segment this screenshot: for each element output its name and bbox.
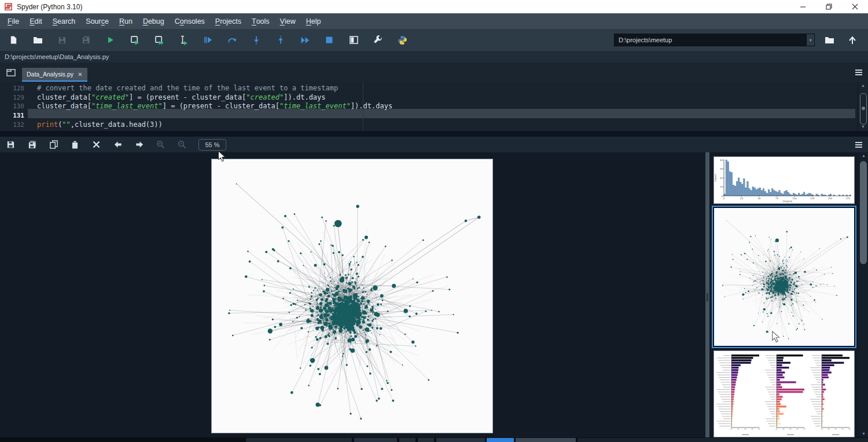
plots-options-menu-icon[interactable]: [853, 140, 865, 150]
working-directory-combobox[interactable]: D:\projects\meetup ▾: [614, 34, 815, 46]
taskbar-segment[interactable]: [578, 438, 868, 442]
file-path: D:\projects\meetup\Data_Analysis.py: [0, 53, 109, 60]
save-file-button[interactable]: [52, 31, 72, 49]
histogram-figure: [714, 157, 854, 203]
taskbar-segment[interactable]: [399, 438, 415, 442]
copy-image-button[interactable]: [45, 138, 62, 151]
scroll-up-icon[interactable]: ▲: [858, 83, 868, 89]
save-all-plots-button[interactable]: [24, 138, 41, 151]
code-line-129[interactable]: 129cluster_data["created"] = (present - …: [0, 93, 868, 103]
network-thumbnail-figure: [714, 208, 854, 346]
horizontal-splitter[interactable]: [0, 131, 868, 137]
minimize-button[interactable]: [790, 0, 816, 13]
window-title: Spyder (Python 3.10): [17, 3, 82, 11]
zoom-level-indicator[interactable]: 55 %: [198, 139, 226, 151]
code-line-131[interactable]: 131: [0, 111, 868, 120]
working-directory-value: D:\projects\meetup: [615, 36, 806, 43]
next-plot-button[interactable]: [131, 138, 148, 151]
menu-consoles[interactable]: Consoles: [170, 13, 210, 29]
code-line-130[interactable]: 130cluster_data["time_last_event"] = (pr…: [0, 102, 868, 111]
menu-projects[interactable]: Projects: [210, 13, 247, 29]
browse-tabs-icon[interactable]: [5, 67, 17, 78]
taskbar-segment[interactable]: [487, 438, 514, 442]
main-figure: [211, 159, 493, 433]
restore-button[interactable]: [816, 0, 842, 13]
debug-step-into-button[interactable]: [247, 31, 266, 49]
open-file-button[interactable]: [28, 31, 47, 49]
scroll-down-icon[interactable]: ▼: [858, 124, 868, 130]
thumbnail-network-selected[interactable]: [712, 206, 856, 348]
previous-plot-button[interactable]: [109, 138, 126, 151]
save-all-button[interactable]: [76, 31, 96, 49]
preferences-button[interactable]: [368, 31, 388, 49]
menu-debug[interactable]: Debug: [138, 13, 170, 29]
code-line-128[interactable]: 128# convert the date created and the ti…: [0, 84, 868, 93]
menu-search[interactable]: Search: [47, 13, 81, 29]
remove-all-plots-button[interactable]: [88, 138, 105, 151]
thumbnails-scroll-up-icon[interactable]: ▲: [859, 153, 868, 159]
file-path-bar: D:\projects\meetup\Data_Analysis.py: [0, 51, 868, 63]
menu-run[interactable]: Run: [114, 13, 138, 29]
code-line-132[interactable]: 132print("",cluster_data.head(3)): [0, 120, 868, 130]
title-bar: Spyder (Python 3.10): [0, 0, 868, 13]
parent-directory-button[interactable]: [843, 31, 862, 49]
debug-file-button[interactable]: [198, 31, 218, 49]
debug-run-line-button[interactable]: [222, 31, 242, 49]
new-file-button[interactable]: [3, 31, 23, 49]
taskbar-segment[interactable]: [354, 438, 397, 442]
taskbar-segment[interactable]: [516, 438, 576, 442]
taskbar-strip: [0, 437, 868, 442]
thumbnails-scroll-down-icon[interactable]: ▼: [859, 431, 868, 437]
tab-label: Data_Analysis.py: [27, 71, 73, 78]
tab-data-analysis[interactable]: Data_Analysis.py ✕: [22, 68, 87, 82]
taskbar-segment[interactable]: [436, 438, 485, 442]
run-cell-advance-button[interactable]: [149, 31, 169, 49]
network-graph-figure: [212, 159, 492, 433]
save-plot-button[interactable]: [2, 138, 19, 151]
spyder-logo-icon: [4, 2, 13, 11]
menu-source[interactable]: Source: [80, 13, 114, 29]
remove-plot-button[interactable]: [67, 138, 83, 151]
thumbnail-bar-charts[interactable]: [713, 350, 855, 437]
debug-continue-button[interactable]: [295, 31, 315, 49]
thumbnails-scrollbar-thumb[interactable]: [860, 161, 867, 264]
run-file-button[interactable]: [101, 31, 120, 49]
taskbar-segment[interactable]: [418, 438, 434, 442]
debug-step-out-button[interactable]: [271, 31, 290, 49]
thumbnail-histogram[interactable]: [713, 156, 855, 204]
vertical-splitter[interactable]: [705, 152, 709, 437]
taskbar-segment[interactable]: [246, 438, 352, 442]
code-lines: 128# convert the date created and the ti…: [0, 82, 868, 129]
code-editor[interactable]: 128# convert the date created and the ti…: [0, 82, 868, 131]
bar-charts-figure: [714, 351, 854, 437]
menu-bar: FileEditSearchSourceRunDebugConsolesProj…: [0, 13, 868, 29]
menu-edit[interactable]: Edit: [24, 13, 47, 29]
main-toolbar: D:\projects\meetup ▾: [0, 29, 868, 51]
editor-scrollbar-thumb[interactable]: [860, 93, 867, 125]
menu-view[interactable]: View: [275, 13, 301, 29]
chevron-down-icon[interactable]: ▾: [806, 34, 814, 46]
editor-options-menu-icon[interactable]: [853, 67, 865, 78]
tab-close-icon[interactable]: ✕: [78, 71, 82, 78]
spyder-window: Spyder (Python 3.10) FileEditSearchSourc…: [0, 0, 868, 442]
editor-scrollbar[interactable]: ▲ ▼: [858, 82, 868, 131]
thumbnails-scrollbar[interactable]: ▲ ▼: [859, 152, 868, 437]
close-button[interactable]: [842, 0, 868, 13]
run-cell-button[interactable]: [125, 31, 145, 49]
run-selection-button[interactable]: [174, 31, 193, 49]
plots-toolbar: 55 %: [0, 137, 868, 152]
menu-help[interactable]: Help: [301, 13, 326, 29]
editor-tab-bar: Data_Analysis.py ✕: [0, 63, 868, 82]
zoom-in-button[interactable]: [152, 138, 169, 151]
python-path-manager-button[interactable]: [392, 31, 412, 49]
browse-working-directory-button[interactable]: [819, 31, 839, 49]
menu-file[interactable]: File: [2, 13, 24, 29]
stop-debug-button[interactable]: [319, 31, 339, 49]
plots-pane: ▲ ▼: [0, 152, 868, 437]
menu-tools[interactable]: Tools: [247, 13, 275, 29]
maximize-pane-button[interactable]: [344, 31, 363, 49]
zoom-out-button[interactable]: [174, 138, 190, 151]
